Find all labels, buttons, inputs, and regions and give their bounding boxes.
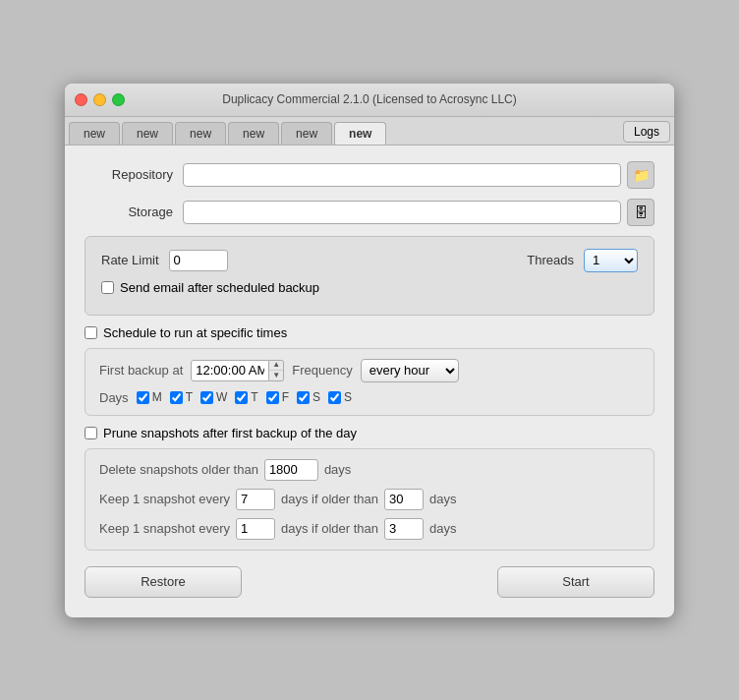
minimize-button[interactable]	[93, 93, 106, 106]
storage-row: Storage 🗄	[85, 199, 654, 226]
keep1-unit: days	[429, 492, 456, 506]
day-mon-label: M	[152, 390, 162, 404]
prune-checkbox[interactable]	[85, 427, 97, 439]
maximize-button[interactable]	[112, 93, 125, 106]
storage-input[interactable]	[183, 201, 621, 224]
day-tue: T	[170, 390, 193, 404]
time-up-arrow[interactable]: ▲	[269, 361, 283, 372]
keep2-row: Keep 1 snapshot every days if older than…	[99, 518, 640, 540]
tab-5[interactable]: new	[281, 122, 332, 145]
tab-2[interactable]: new	[122, 122, 173, 145]
repository-input[interactable]	[183, 163, 621, 187]
settings-panel: Rate Limit Threads 1 2 4 8 Send email af…	[85, 236, 654, 316]
day-thu-checkbox[interactable]	[235, 391, 248, 404]
schedule-checkbox-label: Schedule to run at specific times	[103, 325, 287, 340]
first-backup-time-input: ▲ ▼	[191, 360, 284, 381]
delete-label: Delete snapshots older than	[99, 462, 258, 477]
keep1-threshold-input[interactable]	[384, 489, 424, 510]
bottom-buttons: Restore Start	[85, 560, 654, 602]
keep2-unit: days	[429, 521, 456, 536]
repository-browse-button[interactable]: 📁	[627, 161, 654, 189]
keep1-label: Keep 1 snapshot every	[99, 492, 230, 506]
repository-label: Repository	[85, 167, 173, 182]
day-wed: W	[200, 390, 227, 404]
folder-icon: 📁	[633, 167, 650, 183]
tab-3[interactable]: new	[175, 122, 226, 145]
threads-select[interactable]: 1 2 4 8	[584, 249, 638, 272]
day-sat-label: S	[313, 390, 320, 404]
frequency-select[interactable]: every hour every 2 hours every 6 hours e…	[361, 359, 459, 382]
window-title: Duplicacy Commercial 2.1.0 (Licensed to …	[222, 92, 516, 106]
prune-checkbox-row: Prune snapshots after first backup of th…	[85, 426, 654, 440]
schedule-checkbox[interactable]	[85, 326, 97, 339]
days-row: Days M T W T F	[99, 390, 640, 405]
repository-row: Repository 📁	[85, 161, 654, 189]
delete-unit: days	[324, 462, 351, 477]
day-mon-checkbox[interactable]	[137, 391, 149, 404]
delete-value-input[interactable]	[264, 459, 318, 481]
storage-label: Storage	[85, 204, 173, 219]
close-button[interactable]	[75, 93, 87, 106]
day-sat: S	[297, 390, 320, 404]
keep2-label: Keep 1 snapshot every	[99, 521, 230, 536]
rate-threads-row: Rate Limit Threads 1 2 4 8	[101, 249, 638, 272]
first-backup-row: First backup at ▲ ▼ Frequency every hour…	[99, 359, 640, 382]
day-mon: M	[137, 390, 162, 404]
tab-6-active[interactable]: new	[334, 122, 386, 145]
email-checkbox-row: Send email after scheduled backup	[101, 280, 638, 295]
day-tue-label: T	[186, 390, 193, 404]
first-backup-label: First backup at	[99, 363, 183, 378]
day-sun: S	[328, 390, 352, 404]
main-window: Duplicacy Commercial 2.1.0 (Licensed to …	[65, 84, 674, 617]
delete-row: Delete snapshots older than days	[99, 459, 640, 481]
rate-limit-input[interactable]	[169, 250, 228, 271]
schedule-checkbox-row: Schedule to run at specific times	[85, 325, 654, 340]
day-fri: F	[266, 390, 289, 404]
day-sun-checkbox[interactable]	[328, 391, 341, 404]
threads-label: Threads	[527, 253, 574, 267]
tab-1[interactable]: new	[69, 122, 120, 145]
day-sat-checkbox[interactable]	[297, 391, 310, 404]
main-content: Repository 📁 Storage 🗄 Rate Limit Thread…	[65, 146, 674, 617]
day-fri-label: F	[282, 390, 289, 404]
time-down-arrow[interactable]: ▼	[269, 371, 283, 380]
day-thu-label: T	[251, 390, 257, 404]
rate-limit-label: Rate Limit	[101, 253, 159, 267]
email-checkbox-label: Send email after scheduled backup	[120, 280, 319, 295]
window-controls	[75, 93, 125, 106]
keep2-value-input[interactable]	[236, 518, 275, 540]
storage-browse-button[interactable]: 🗄	[627, 199, 654, 226]
prune-checkbox-label: Prune snapshots after first backup of th…	[103, 426, 357, 440]
keep2-threshold-input[interactable]	[384, 518, 424, 540]
days-label: Days	[99, 390, 129, 405]
email-checkbox[interactable]	[101, 281, 114, 294]
tab-bar: new new new new new new Logs	[65, 117, 674, 146]
tab-4[interactable]: new	[228, 122, 279, 145]
day-tue-checkbox[interactable]	[170, 391, 183, 404]
title-bar: Duplicacy Commercial 2.1.0 (Licensed to …	[65, 84, 674, 117]
day-thu: T	[235, 390, 257, 404]
backup-time-field[interactable]	[191, 360, 269, 381]
time-spinners: ▲ ▼	[269, 360, 284, 381]
schedule-panel: First backup at ▲ ▼ Frequency every hour…	[85, 348, 654, 416]
logs-button[interactable]: Logs	[623, 121, 670, 143]
keep1-row: Keep 1 snapshot every days if older than…	[99, 489, 640, 510]
frequency-label: Frequency	[292, 363, 352, 378]
keep1-value-input[interactable]	[236, 489, 275, 510]
restore-button[interactable]: Restore	[85, 566, 242, 598]
day-wed-checkbox[interactable]	[200, 391, 213, 404]
keep1-mid: days if older than	[281, 492, 378, 506]
day-sun-label: S	[344, 390, 352, 404]
prune-panel: Delete snapshots older than days Keep 1 …	[85, 448, 654, 551]
keep2-mid: days if older than	[281, 521, 378, 536]
start-button[interactable]: Start	[497, 566, 654, 598]
storage-icon: 🗄	[634, 204, 648, 220]
day-fri-checkbox[interactable]	[266, 391, 279, 404]
day-wed-label: W	[216, 390, 227, 404]
